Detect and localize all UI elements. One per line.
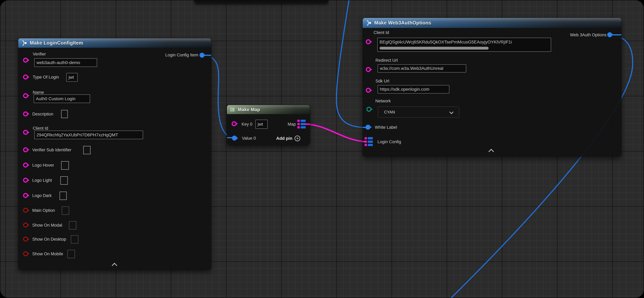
wire-top-to-white-label[interactable] (336, 0, 366, 128)
pin-client-id[interactable] (23, 130, 28, 135)
pin-label-logo-hover: Logo Hover (32, 163, 54, 168)
field-horizontal-scrollbar[interactable] (380, 47, 488, 50)
pin-label-logo-light: Logo Light (32, 178, 52, 183)
pin-label-redirect-url: Redirect Url (376, 58, 398, 63)
show-on-modal-checkbox[interactable] (69, 221, 76, 230)
verifier-sub-identifier-field[interactable] (83, 146, 90, 154)
main-option-checkbox[interactable] (62, 206, 69, 215)
node-title: Make Web3AuthOptions (374, 20, 431, 26)
logo-hover-field[interactable] (61, 161, 69, 170)
pin-show-on-modal[interactable] (23, 222, 28, 228)
pin-show-on-desktop[interactable] (23, 236, 28, 242)
pin-main-option[interactable] (23, 208, 28, 213)
pin-label-name: Name (33, 90, 44, 95)
description-field[interactable] (61, 110, 68, 118)
key-0-field[interactable]: jwt (256, 120, 268, 129)
make-struct-icon (21, 40, 27, 46)
pin-label-logo-dark: Logo Dark (32, 193, 52, 198)
wire-stub (612, 34, 622, 36)
pin-show-on-mobile[interactable] (23, 251, 28, 256)
node-title: Make Map (238, 107, 260, 112)
add-pin-button[interactable]: Add pin + (276, 136, 300, 141)
pin-label-main-option: Main Option (32, 208, 55, 213)
add-pin-plus-icon: + (294, 136, 300, 141)
pin-type-of-login[interactable] (23, 74, 28, 80)
pin-redirect-url[interactable] (366, 67, 371, 72)
node-make-map[interactable]: Make Map Key 0 jwt Value 0 Map Add pin + (227, 105, 310, 145)
client-id-field[interactable]: BEglQSgt4cUWcj6SKRdu5QkOXTsePmMcusG5EAoy… (377, 38, 551, 52)
pin-label-description: Description (32, 112, 53, 116)
pin-logo-light[interactable] (23, 178, 28, 183)
pin-login-config[interactable] (364, 137, 374, 146)
wire-stub (305, 124, 310, 125)
pin-label-key-0: Key 0 (242, 122, 252, 127)
show-on-mobile-checkbox[interactable] (67, 250, 75, 258)
node-make-web3auth-options[interactable]: Make Web3AuthOptions Web 3Auth Options C… (363, 18, 622, 156)
offscreen-node-edge[interactable] (194, 0, 328, 4)
pin-key-0[interactable] (232, 121, 236, 126)
pin-logo-hover[interactable] (23, 162, 28, 168)
pin-label-verifier: Verifier (33, 52, 46, 56)
add-pin-label: Add pin (276, 136, 292, 141)
wire-stub (227, 137, 232, 138)
pin-logo-dark[interactable] (23, 193, 28, 198)
output-pin-login-config-item[interactable] (200, 53, 204, 58)
chevron-down-icon (449, 110, 454, 114)
show-on-desktop-checkbox[interactable] (71, 235, 78, 244)
node-header[interactable]: Make LoginConfigItem (18, 38, 211, 48)
sdk-url-field[interactable]: https://sdk.openlogin.com (378, 85, 449, 94)
pin-label-client-id: Client Id (374, 30, 389, 35)
redirect-url-field[interactable]: w3a://com.w3a.Web3AuthUnreal (378, 64, 466, 72)
output-pin-web3auth-options[interactable] (607, 32, 612, 37)
node-make-login-config-item[interactable]: Make LoginConfigItem Login Config Item V… (18, 38, 211, 270)
pin-label-show-on-modal: Show On Modal (32, 223, 62, 228)
pin-value-0[interactable] (232, 136, 237, 140)
pin-name[interactable] (23, 93, 28, 98)
pin-description[interactable] (23, 112, 28, 116)
node-title: Make LoginConfigItem (30, 40, 83, 46)
output-pin-label: Login Config Item (154, 53, 198, 58)
logo-dark-field[interactable] (60, 192, 67, 200)
pin-network[interactable] (366, 107, 372, 112)
output-pin-map[interactable] (297, 120, 306, 128)
pin-label-show-on-mobile: Show On Mobile (32, 252, 63, 256)
verifier-field[interactable]: web3auth-auth0-demo (34, 58, 97, 67)
blueprint-editor-screen: Make LoginConfigItem Login Config Item V… (0, 0, 644, 298)
pin-white-label[interactable] (366, 125, 370, 130)
logo-light-field[interactable] (60, 176, 68, 185)
pin-label-value-0: Value 0 (242, 136, 256, 141)
pin-verifier[interactable] (23, 58, 28, 63)
network-dropdown[interactable]: CYAN (378, 106, 459, 118)
pin-sdk-url[interactable] (366, 88, 371, 93)
wire-stub (205, 55, 211, 56)
client-id-field[interactable]: 294QRkchfq2YaXUbPri7D6PH7xzHgQMT (34, 130, 143, 139)
type-of-login-field[interactable]: jwt (66, 73, 78, 82)
blueprint-canvas[interactable]: Make LoginConfigItem Login Config Item V… (0, 0, 644, 298)
pin-label-client-id: Client Id (33, 126, 48, 131)
output-pin-label: Map (281, 122, 296, 127)
collapse-node-chevron-icon[interactable] (112, 263, 117, 268)
network-selected-value: CYAN (384, 110, 395, 114)
pin-verifier-sub-identifier[interactable] (23, 147, 28, 152)
node-header[interactable]: Make Map (227, 105, 310, 114)
pin-label-show-on-desktop: Show On Desktop (32, 237, 66, 242)
pin-client-id[interactable] (366, 39, 371, 44)
pin-label-type-of-login: Type Of Login (33, 75, 59, 80)
pin-label-login-config: Login Config (378, 140, 401, 144)
pin-label-white-label: White Label (375, 125, 397, 130)
output-pin-label: Web 3Auth Options (554, 32, 606, 38)
pin-label-verifier-sub-identifier: Verifier Sub Identifier (32, 148, 72, 152)
make-map-icon (230, 107, 235, 112)
collapse-node-chevron-icon[interactable] (488, 149, 494, 154)
node-header[interactable]: Make Web3AuthOptions (363, 18, 622, 28)
pin-label-sdk-url: Sdk Url (376, 79, 389, 84)
pin-label-network: Network (375, 99, 391, 104)
name-field[interactable]: Auth0 Custom Login (34, 94, 90, 103)
client-id-value: BEglQSgt4cUWcj6SKRdu5QkOXTsePmMcusG5EAoy… (380, 40, 512, 44)
make-struct-icon (366, 20, 372, 26)
